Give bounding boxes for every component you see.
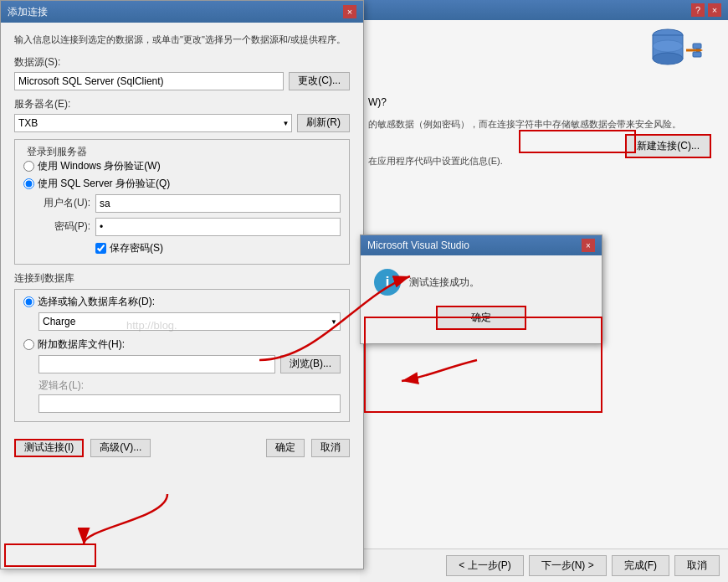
dialog-titlebar: 添加连接 × [1, 1, 363, 23]
connect-db-title: 连接到数据库 [14, 271, 350, 286]
password-label: 密码(P): [40, 219, 90, 234]
database-icon [644, 25, 703, 75]
username-input[interactable] [95, 194, 341, 213]
svg-rect-6 [693, 44, 701, 49]
windows-auth-label: 使用 Windows 身份验证(W) [38, 159, 161, 173]
wizard-question: W)? [368, 96, 720, 108]
username-row: 用户名(U): [40, 194, 341, 213]
database-select[interactable]: Charge [38, 312, 341, 331]
wizard-bottom-buttons: < 上一步(P) 下一步(N) > 完成(F) 取消 [360, 549, 728, 582]
windows-auth-option[interactable]: 使用 Windows 身份验证(W) [23, 159, 341, 173]
password-row: 密码(P): [40, 218, 341, 236]
logical-name-label: 逻辑名(L): [38, 379, 84, 391]
mvs-message: 测试连接成功。 [409, 276, 479, 290]
wizard-question-text: W)? [368, 96, 387, 108]
select-db-label: 选择或输入数据库名称(D): [38, 295, 155, 309]
sensitive-text: 的敏感数据（例如密码），而在连接字符串中存储敏感数据会带来安全风险。 [368, 117, 720, 131]
mvs-close-button[interactable]: × [582, 239, 595, 252]
username-label: 用户名(U): [40, 196, 90, 210]
refresh-button[interactable]: 刷新(R) [297, 114, 350, 132]
mvs-ok-button[interactable]: 确定 [436, 306, 526, 330]
server-input[interactable] [14, 114, 292, 132]
wizard-sensitive-note: 的敏感数据（例如密码），而在连接字符串中存储敏感数据会带来安全风险。 [368, 117, 720, 131]
select-db-option[interactable]: 选择或输入数据库名称(D): [23, 295, 341, 309]
logical-name-row: 逻辑名(L): [38, 379, 341, 413]
dialog-footer: 测试连接(I) 高级(V)... 确定 取消 [14, 432, 350, 457]
dialog-close-button[interactable]: × [343, 5, 356, 18]
browse-button[interactable]: 浏览(B)... [280, 355, 341, 373]
login-legend: 登录到服务器 [23, 145, 341, 159]
wizard-next-button[interactable]: 下一步(N) > [529, 555, 607, 576]
wizard-close-btn[interactable]: × [708, 3, 721, 17]
mvs-content: i 测试连接成功。 [374, 269, 588, 296]
mvs-dialog: Microsoft Visual Studio × i 测试连接成功。 确定 [360, 234, 602, 344]
wizard-help-btn[interactable]: ? [691, 3, 705, 17]
attach-file-row: 浏览(B)... [38, 355, 341, 373]
info-icon: i [374, 269, 401, 296]
info-icon-symbol: i [385, 274, 389, 291]
save-password-label: 保存密码(S) [110, 241, 163, 255]
server-label: 服务器名(E): [14, 97, 350, 111]
datasource-input[interactable] [14, 72, 284, 90]
attach-file-input[interactable] [38, 355, 275, 373]
database-section: 选择或输入数据库名称(D): Charge 附加数据库文件(H): 浏览(B).… [14, 289, 350, 422]
server-row: 刷新(R) [14, 114, 350, 132]
sql-auth-label: 使用 SQL Server 身份验证(Q) [38, 177, 170, 191]
sql-auth-option[interactable]: 使用 SQL Server 身份验证(Q) [23, 177, 341, 191]
mvs-body: i 测试连接成功。 确定 [361, 255, 602, 343]
database-select-wrapper: Charge [38, 312, 341, 331]
cancel-button[interactable]: 取消 [311, 439, 350, 457]
sql-auth-radio[interactable] [23, 178, 34, 189]
server-group: 服务器名(E): 刷新(R) [14, 97, 350, 132]
datasource-label: 数据源(S): [14, 55, 350, 70]
dialog-description: 输入信息以连接到选定的数据源，或单击"更改"选择另一个数据源和/或提供程序。 [14, 33, 350, 47]
footer-left: 测试连接(I) 高级(V)... [14, 439, 151, 457]
wizard-icon-area [644, 25, 703, 78]
mvs-title: Microsoft Visual Studio [367, 239, 469, 251]
ok-button[interactable]: 确定 [266, 439, 305, 457]
windows-auth-radio[interactable] [23, 161, 34, 172]
svg-point-2 [653, 53, 683, 64]
mvs-titlebar: Microsoft Visual Studio × [361, 235, 602, 255]
attach-file-radio[interactable] [23, 339, 34, 350]
credentials-group: 用户名(U): 密码(P): 保存密码(S) [23, 194, 341, 255]
wizard-finish-button[interactable]: 完成(F) [612, 555, 669, 576]
advanced-button[interactable]: 高级(V)... [90, 439, 151, 457]
datasource-row: 更改(C)... [14, 72, 350, 90]
store-hint-text: 在应用程序代码中设置此信息(E). [368, 156, 503, 166]
test-connection-button[interactable]: 测试连接(I) [14, 439, 84, 457]
wizard-prev-button[interactable]: < 上一步(P) [446, 555, 523, 576]
add-connection-dialog: 添加连接 × 输入信息以连接到选定的数据源，或单击"更改"选择另一个数据源和/或… [0, 0, 364, 569]
select-db-radio[interactable] [23, 296, 34, 307]
attach-file-option[interactable]: 附加数据库文件(H): [23, 337, 341, 352]
svg-rect-7 [693, 52, 701, 57]
new-connection-button[interactable]: 新建连接(C)... [625, 134, 711, 158]
attach-file-label: 附加数据库文件(H): [38, 337, 125, 352]
svg-point-3 [653, 40, 683, 52]
change-button[interactable]: 更改(C)... [289, 72, 350, 90]
datasource-group: 数据源(S): 更改(C)... [14, 55, 350, 90]
save-password-checkbox[interactable] [95, 243, 106, 254]
save-password-row: 保存密码(S) [40, 241, 341, 255]
wizard-cancel-button[interactable]: 取消 [674, 555, 720, 576]
logical-name-input[interactable] [38, 394, 341, 413]
footer-right: 确定 取消 [266, 439, 350, 457]
password-input[interactable] [95, 218, 341, 236]
login-section: 登录到服务器 使用 Windows 身份验证(W) 使用 SQL Server … [14, 139, 350, 265]
dialog-title: 添加连接 [8, 5, 48, 19]
dialog-body: 输入信息以连接到选定的数据源，或单击"更改"选择另一个数据源和/或提供程序。 数… [1, 23, 363, 569]
